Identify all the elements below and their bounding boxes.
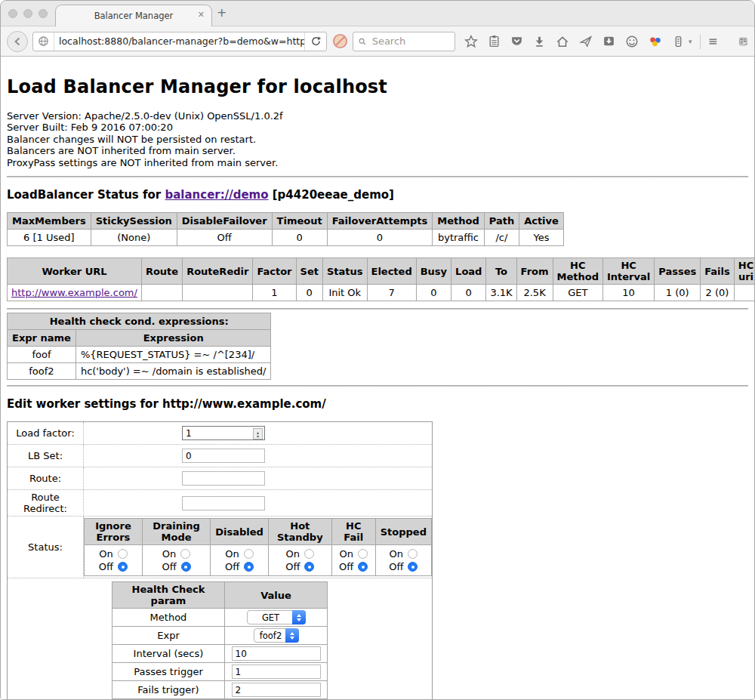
- status-column-header: Draining Mode: [142, 519, 210, 545]
- divider: [7, 385, 748, 387]
- chevron-down-icon[interactable]: ▾: [689, 38, 692, 45]
- reload-button[interactable]: [304, 32, 326, 51]
- table-title: Health check cond. expressions:: [8, 313, 271, 330]
- downloads-icon[interactable]: [533, 35, 546, 48]
- status-cell-stopped: OnOff: [375, 545, 431, 576]
- hc-expr-select[interactable]: foof2: [254, 628, 299, 643]
- column-header: Elected: [367, 258, 416, 285]
- close-button[interactable]: [8, 9, 17, 18]
- status-radio-ignore-errors-off[interactable]: [118, 562, 128, 572]
- form-row-route: Route:: [8, 467, 433, 490]
- divider: [7, 308, 748, 310]
- balancer-demo-link[interactable]: balancer://demo: [165, 188, 268, 202]
- column-header: Method: [433, 213, 484, 230]
- table-cell: 0: [416, 285, 451, 301]
- table-row: 6 [1 Used](None)Off00bytraffic/c/Yes: [8, 230, 564, 246]
- table-cell: Init Ok: [322, 285, 367, 301]
- table-cell: 0: [272, 230, 327, 246]
- status-radio-stopped-off[interactable]: [408, 562, 418, 572]
- status-radio-ignore-errors-on[interactable]: [118, 549, 128, 559]
- status-radio-disabled-on[interactable]: [244, 549, 254, 559]
- extension-dots-icon[interactable]: [649, 35, 662, 48]
- window-controls: [8, 9, 48, 18]
- route-input[interactable]: [182, 471, 265, 486]
- table-cell: Off: [177, 230, 272, 246]
- form-row-route-redirect: Route Redirect:: [8, 490, 433, 517]
- status-radio-hot-standby-on[interactable]: [304, 549, 314, 559]
- url-bar[interactable]: localhost:8880/balancer-manager?b=demo&w…: [32, 32, 327, 51]
- toolbar-divider: [700, 34, 701, 49]
- tab-close-icon[interactable]: ✕: [198, 10, 205, 20]
- hc-interval-input[interactable]: [232, 646, 321, 661]
- status-radio-draining-mode-off[interactable]: [181, 562, 191, 572]
- page-thumbnail-icon[interactable]: [738, 34, 748, 49]
- home-icon[interactable]: [556, 35, 569, 48]
- minimize-button[interactable]: [23, 9, 32, 18]
- route-redirect-input[interactable]: [182, 496, 265, 510]
- pocket-icon[interactable]: [510, 35, 523, 48]
- back-button[interactable]: [7, 31, 28, 52]
- bookmark-star-icon[interactable]: [464, 35, 478, 48]
- column-header: Timeout: [272, 213, 327, 230]
- health-check-param-table: Health Check param Value Method GET: [112, 581, 328, 700]
- status-radio-hot-standby-off[interactable]: [304, 562, 314, 572]
- battery-icon[interactable]: [672, 35, 685, 48]
- download-panel-icon[interactable]: [602, 35, 615, 48]
- hc-passes-input[interactable]: [232, 665, 321, 679]
- radio-label: Off: [389, 561, 403, 572]
- send-tab-icon[interactable]: [579, 35, 593, 48]
- table-cell: 3.1K: [486, 285, 516, 301]
- search-box[interactable]: [353, 32, 455, 51]
- status-radio-hc-fail-off[interactable]: [358, 562, 368, 572]
- reading-list-icon[interactable]: [488, 35, 501, 48]
- column-header: FailoverAttempts: [327, 213, 433, 230]
- worker-url-link[interactable]: http://www.example.com/: [11, 287, 137, 298]
- zoom-button[interactable]: [39, 9, 48, 18]
- radio-label: Off: [285, 561, 300, 572]
- hc-expr-label: Expr: [112, 627, 225, 645]
- status-radio-hc-fail-on[interactable]: [358, 549, 368, 559]
- radio-label: Off: [162, 561, 176, 572]
- health-check-expressions-table: Health check cond. expressions:Expr name…: [7, 313, 271, 380]
- tab-title: Balancer Manager: [94, 11, 174, 21]
- load-factor-label: Load factor:: [8, 422, 84, 445]
- new-tab-icon[interactable]: +: [217, 7, 226, 19]
- worker-status-table: Worker URLRouteRouteRedirFactorSetStatus…: [7, 257, 754, 301]
- number-spinner-icon[interactable]: ▴▾: [253, 428, 263, 439]
- column-header: HC Method: [553, 258, 602, 285]
- status-radio-stopped-on[interactable]: [408, 549, 418, 559]
- column-header: Path: [484, 213, 519, 230]
- menu-icon[interactable]: [708, 34, 718, 49]
- browser-window: Balancer Manager ✕ + localhost:8880/bala…: [0, 0, 755, 700]
- heading-text: [p4420eeae_demo]: [269, 188, 394, 202]
- search-icon: [358, 36, 367, 47]
- status-cell-ignore-errors: OnOff: [85, 545, 143, 576]
- site-identity[interactable]: [33, 32, 54, 51]
- url-input[interactable]: localhost:8880/balancer-manager?b=demo&w…: [54, 35, 304, 47]
- select-stepper-icon: [285, 628, 299, 643]
- status-radio-table: Ignore ErrorsDraining ModeDisabledHot St…: [84, 518, 432, 576]
- column-header: Passes: [655, 258, 701, 285]
- hc-row-fails: Fails trigger): [112, 681, 328, 699]
- table-cell: 2 (0): [701, 285, 735, 301]
- form-row-lb-set: LB Set:: [8, 445, 433, 467]
- page-title: Load Balancer Manager for localhost: [7, 76, 748, 97]
- tab-balancer-manager[interactable]: Balancer Manager ✕: [55, 5, 212, 26]
- feedback-smiley-icon[interactable]: [625, 35, 639, 48]
- table-cell: 0: [296, 285, 322, 301]
- radio-label: On: [162, 548, 176, 560]
- divider: [7, 176, 748, 177]
- status-radio-disabled-off[interactable]: [244, 562, 254, 572]
- search-input[interactable]: [371, 35, 450, 48]
- status-column-header: Hot Standby: [268, 519, 331, 545]
- hc-method-select[interactable]: GET: [247, 610, 306, 624]
- hc-row-passes: Passes trigger: [112, 663, 328, 681]
- column-header: HC Interval: [602, 258, 654, 285]
- content-block-button[interactable]: [331, 33, 348, 50]
- hc-fails-input[interactable]: [232, 683, 321, 697]
- table-cell: foof2: [8, 363, 76, 380]
- table-cell: Yes: [519, 230, 564, 246]
- table-cell: 10: [602, 285, 654, 301]
- status-radio-draining-mode-on[interactable]: [180, 549, 190, 559]
- lb-set-input[interactable]: [182, 449, 265, 463]
